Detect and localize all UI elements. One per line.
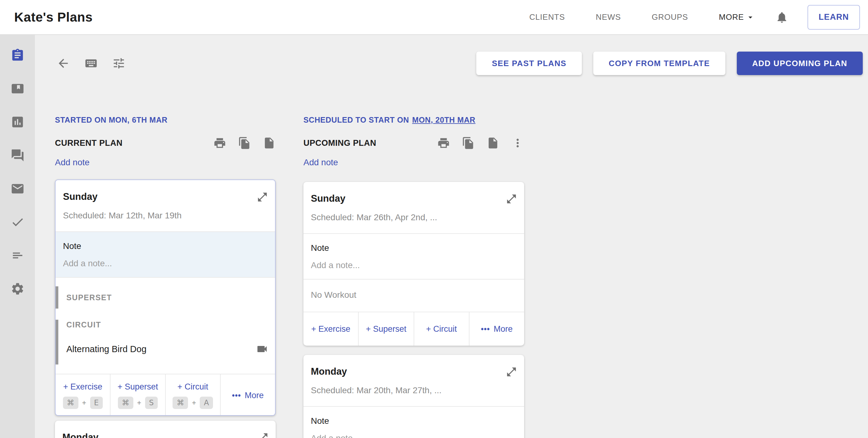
expand-icon[interactable]	[506, 366, 517, 378]
copy-plan-icon[interactable]	[462, 137, 475, 149]
toolbar	[57, 57, 126, 70]
cmd-key: ⌘	[118, 397, 133, 409]
note-input[interactable]: Add a note...	[63, 259, 268, 268]
copy-plan-icon[interactable]	[238, 137, 251, 149]
videocam-icon[interactable]	[256, 343, 268, 355]
add-upcoming-plan-button[interactable]: ADD UPCOMING PLAN	[737, 52, 863, 75]
superset-block[interactable]: SUPERSET	[56, 286, 275, 309]
add-circuit-button[interactable]: + Circuit	[414, 312, 469, 346]
exercise-name: Alternating Bird Dog	[66, 344, 147, 354]
cmd-key: ⌘	[173, 397, 188, 409]
add-exercise-button[interactable]: + Exercise ⌘ + E	[56, 374, 111, 415]
current-plan-title: CURRENT PLAN	[55, 138, 123, 148]
circuit-shortcut: ⌘ + A	[173, 397, 213, 409]
top-nav: CLIENTS NEWS GROUPS MORE LEARN	[529, 5, 860, 30]
upcoming-plan-header: UPCOMING PLAN	[304, 136, 524, 150]
day-title: Sunday	[311, 193, 345, 204]
export-document-icon[interactable]	[263, 137, 276, 149]
circuit-label: CIRCUIT	[66, 320, 101, 329]
nav-more[interactable]: MORE	[719, 12, 755, 22]
expand-icon[interactable]	[256, 191, 268, 203]
scheduled-prefix: SCHEDULED TO START ON	[304, 116, 409, 124]
add-superset-label: + Superset	[366, 324, 406, 334]
more-button[interactable]: •••More	[221, 374, 275, 415]
scheduled-dates: Scheduled: Mar 20th, Mar 27th, ...	[311, 386, 517, 395]
exercise-shortcut: ⌘ + E	[63, 397, 103, 409]
current-plan-column: STARTED ON MON, 6TH MAR CURRENT PLAN Add…	[55, 115, 276, 438]
current-plan-icons	[213, 137, 276, 149]
print-icon[interactable]	[437, 137, 450, 149]
superset-label: SUPERSET	[66, 293, 112, 302]
expand-icon[interactable]	[506, 193, 517, 205]
note-section: Note Add a note...	[56, 232, 275, 277]
card-footer: + Exercise ⌘ + E + Superset ⌘ + S + Circ…	[56, 374, 275, 415]
upcoming-plan-column: SCHEDULED TO START ONMON, 20TH MAR UPCOM…	[304, 115, 524, 438]
note-label: Note	[311, 416, 517, 426]
add-superset-button[interactable]: + Superset	[359, 312, 414, 346]
nav-clients[interactable]: CLIENTS	[529, 12, 565, 22]
add-circuit-label: + Circuit	[426, 324, 457, 334]
see-past-plans-button[interactable]: SEE PAST PLANS	[476, 52, 582, 75]
a-key: A	[200, 397, 213, 409]
keyboard-shortcuts-icon[interactable]	[84, 57, 98, 70]
print-icon[interactable]	[213, 137, 226, 149]
start-date-link[interactable]: MON, 20TH MAR	[412, 116, 475, 124]
copy-from-template-button[interactable]: COPY FROM TEMPLATE	[593, 52, 725, 75]
sidebar-item-mail-icon[interactable]	[10, 182, 25, 196]
day-title: Monday	[62, 432, 98, 438]
more-dots-icon: •••	[232, 391, 241, 400]
day-title: Monday	[311, 366, 347, 377]
sidebar-item-progress-chart-icon[interactable]	[10, 115, 25, 129]
more-dots-icon: •••	[481, 325, 490, 333]
exercise-row[interactable]: Alternating Bird Dog	[66, 343, 275, 355]
note-section: Note Add a note...	[304, 407, 524, 438]
s-key: S	[145, 397, 158, 409]
current-monday-card: Monday	[55, 421, 276, 438]
upcoming-monday-card: Monday Scheduled: Mar 20th, Mar 27th, ..…	[304, 355, 524, 438]
sidebar-item-tasks-check-icon[interactable]	[10, 215, 25, 229]
learn-button[interactable]: LEARN	[807, 5, 860, 30]
nav-more-label: MORE	[719, 12, 744, 22]
more-vert-icon[interactable]	[511, 137, 524, 149]
sidebar-item-notes-lines-icon[interactable]	[10, 249, 25, 263]
add-circuit-button[interactable]: + Circuit ⌘ + A	[166, 374, 221, 415]
current-plan-add-note-link[interactable]: Add note	[55, 157, 90, 168]
upcoming-sunday-card: Sunday Scheduled: Mar 26th, Apr 2nd, ...…	[304, 182, 524, 346]
note-input[interactable]: Add a note...	[311, 260, 517, 270]
nav-news[interactable]: NEWS	[596, 12, 621, 22]
export-document-icon[interactable]	[487, 137, 499, 149]
add-circuit-label: + Circuit	[178, 382, 208, 392]
plus-sign: +	[192, 399, 196, 407]
filter-tune-icon[interactable]	[112, 57, 126, 70]
add-exercise-button[interactable]: + Exercise	[304, 312, 359, 346]
more-button[interactable]: •••More	[469, 312, 524, 346]
superset-shortcut: ⌘ + S	[118, 397, 158, 409]
chevron-down-icon	[746, 13, 755, 22]
sidebar	[0, 35, 35, 438]
nav-groups[interactable]: GROUPS	[652, 12, 688, 22]
upcoming-plan-add-note-link[interactable]: Add note	[304, 157, 338, 168]
add-exercise-label: + Exercise	[311, 324, 350, 334]
notifications-bell-icon[interactable]	[775, 11, 788, 24]
sidebar-item-messages-chat-icon[interactable]	[10, 148, 25, 163]
upcoming-plan-title: UPCOMING PLAN	[304, 138, 376, 148]
cmd-key: ⌘	[63, 397, 79, 409]
circuit-block[interactable]: CIRCUIT Alternating Bird Dog	[56, 320, 275, 364]
expand-icon[interactable]	[257, 432, 269, 438]
plus-sign: +	[137, 399, 142, 407]
upcoming-plan-icons	[437, 137, 524, 149]
sidebar-item-plans-clipboard-icon[interactable]	[10, 48, 25, 62]
scheduled-dates: Scheduled: Mar 12th, Mar 19th	[63, 211, 268, 220]
more-label: More	[494, 324, 513, 333]
sidebar-item-settings-gear-icon[interactable]	[10, 282, 25, 296]
top-bar: Kate's Plans CLIENTS NEWS GROUPS MORE LE…	[0, 0, 868, 35]
note-label: Note	[311, 243, 517, 253]
current-plan-start-date: STARTED ON MON, 6TH MAR	[55, 115, 276, 124]
plan-actions: SEE PAST PLANS COPY FROM TEMPLATE ADD UP…	[476, 52, 863, 75]
back-arrow-icon[interactable]	[57, 57, 70, 70]
add-superset-label: + Superset	[118, 382, 158, 392]
sidebar-item-library-bookmark-icon[interactable]	[10, 82, 25, 96]
scheduled-dates: Scheduled: Mar 26th, Apr 2nd, ...	[311, 213, 517, 222]
note-input[interactable]: Add a note...	[311, 433, 517, 438]
add-superset-button[interactable]: + Superset ⌘ + S	[111, 374, 165, 415]
